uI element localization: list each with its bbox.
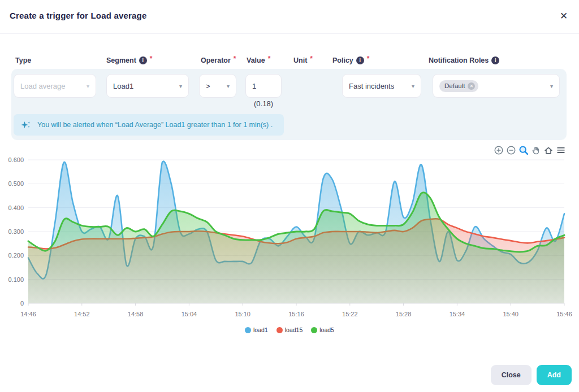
create-trigger-modal: { "modal": { "title": "Create a trigger … [0, 0, 579, 392]
notification-roles-select[interactable]: Default ✕ ▾ [433, 74, 560, 98]
required-marker: * [310, 55, 313, 63]
svg-text:0.100: 0.100 [8, 276, 24, 283]
close-icon: ✕ [560, 11, 568, 21]
chevron-down-icon: ▾ [412, 83, 414, 89]
chevron-down-icon: ▾ [550, 83, 553, 89]
info-icon[interactable]: i [491, 56, 499, 64]
svg-text:15:34: 15:34 [450, 311, 465, 317]
notification-roles-label: Notification Rolesi [429, 56, 499, 64]
svg-text:14:46: 14:46 [20, 311, 36, 317]
trigger-summary-text: You will be alerted when “Load Average” … [37, 121, 273, 129]
svg-text:0: 0 [20, 300, 24, 307]
legend-item-load1[interactable]: load1 [245, 326, 268, 333]
load-average-chart[interactable]: 00.1000.2000.3000.4000.5000.60014:4614:5… [3, 154, 574, 323]
policy-select-value: Fast incidents [349, 82, 394, 90]
required-marker: * [234, 55, 236, 63]
unit-label: Unit* [293, 56, 313, 64]
type-select[interactable]: Load average ▾ [14, 74, 96, 98]
legend-item-load5[interactable]: load5 [311, 326, 334, 333]
svg-text:15:28: 15:28 [396, 311, 412, 317]
svg-text:0.500: 0.500 [8, 180, 24, 187]
add-button[interactable]: Add [537, 365, 572, 385]
chevron-down-icon: ▾ [87, 83, 89, 89]
x-axis: 14:4614:5214:5815:0415:1015:1615:2215:28… [20, 303, 572, 317]
legend-label: load1 [253, 326, 268, 333]
role-chip-label: Default [444, 82, 465, 89]
legend-label: load15 [285, 326, 303, 333]
required-marker: * [268, 55, 271, 63]
modal-header: Create a trigger for Load average ✕ [0, 0, 579, 34]
series-load5 [28, 193, 564, 303]
policy-select[interactable]: Fast incidents ▾ [342, 74, 421, 98]
modal-footer: Close Add [491, 365, 572, 385]
operator-select[interactable]: > ▾ [199, 74, 236, 98]
operator-label: Operator* [201, 56, 236, 64]
svg-text:0.200: 0.200 [8, 252, 24, 259]
svg-text:15:40: 15:40 [503, 311, 518, 317]
svg-text:15:04: 15:04 [182, 311, 197, 317]
close-button[interactable]: Close [491, 365, 532, 385]
value-input[interactable] [245, 74, 282, 98]
segment-label: Segmenti* [106, 56, 152, 64]
svg-text:0.300: 0.300 [8, 228, 24, 235]
segment-select-value: Load1 [113, 82, 133, 90]
svg-text:14:52: 14:52 [74, 311, 90, 317]
info-icon[interactable]: i [139, 56, 147, 64]
type-label: Type [15, 56, 31, 64]
chart-legend: load1load15load5 [0, 326, 579, 333]
modal-title: Create a trigger for Load average [10, 11, 147, 20]
chevron-down-icon: ▾ [179, 83, 182, 89]
type-select-value: Load average [20, 82, 66, 90]
svg-text:15:46: 15:46 [556, 311, 572, 317]
role-chip: Default ✕ [439, 80, 478, 92]
svg-text:0.400: 0.400 [8, 204, 24, 211]
legend-label: load5 [319, 326, 334, 333]
segment-select[interactable]: Load1 ▾ [106, 74, 189, 98]
trigger-summary-alert: You will be alerted when “Load Average” … [14, 114, 284, 136]
required-marker: * [150, 55, 153, 63]
policy-label: Policyi* [332, 56, 370, 64]
modal-close-button[interactable]: ✕ [556, 9, 571, 24]
legend-marker-icon [276, 327, 283, 333]
legend-marker-icon [245, 327, 251, 333]
load-chart-canvas[interactable]: 00.1000.2000.3000.4000.5000.60014:4614:5… [3, 154, 574, 323]
legend-marker-icon [311, 327, 317, 333]
chip-remove-icon[interactable]: ✕ [468, 82, 475, 90]
chevron-down-icon: ▾ [227, 83, 230, 89]
info-icon[interactable]: i [356, 56, 364, 64]
svg-text:15:10: 15:10 [235, 311, 250, 317]
svg-text:0.600: 0.600 [8, 156, 24, 163]
svg-text:14:58: 14:58 [128, 311, 144, 317]
operator-select-value: > [206, 82, 210, 90]
required-marker: * [367, 55, 370, 63]
svg-text:15:16: 15:16 [288, 311, 304, 317]
svg-text:15:22: 15:22 [342, 311, 358, 317]
sparkle-icon [20, 119, 32, 130]
value-label: Value* [247, 56, 270, 64]
legend-item-load15[interactable]: load15 [276, 326, 303, 333]
value-current-hint: (0.18) [245, 99, 282, 108]
